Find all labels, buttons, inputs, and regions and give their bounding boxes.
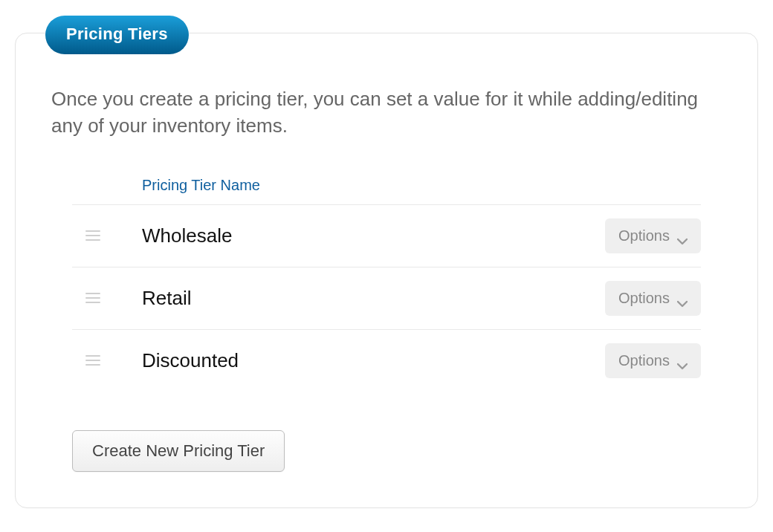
options-button[interactable]: Options: [605, 218, 701, 253]
table-row: Wholesale Options: [72, 204, 701, 267]
panel-description: Once you create a pricing tier, you can …: [51, 85, 720, 140]
options-button-label: Options: [618, 352, 670, 369]
tier-name: Retail: [142, 287, 605, 310]
drag-handle-icon[interactable]: [83, 230, 103, 241]
caret-down-icon: [677, 232, 688, 239]
caret-down-icon: [677, 294, 688, 302]
panel-title-badge: Pricing Tiers: [45, 16, 189, 54]
tier-name: Discounted: [142, 349, 605, 372]
options-button[interactable]: Options: [605, 343, 701, 378]
table-row: Retail Options: [72, 267, 701, 329]
create-new-pricing-tier-button[interactable]: Create New Pricing Tier: [72, 430, 285, 472]
column-header-name: Pricing Tier Name: [72, 169, 701, 204]
drag-handle-icon[interactable]: [83, 293, 103, 303]
options-button[interactable]: Options: [605, 281, 701, 316]
table-row: Discounted Options: [72, 329, 701, 392]
drag-handle-icon[interactable]: [83, 355, 103, 366]
options-button-label: Options: [618, 290, 670, 307]
caret-down-icon: [677, 357, 688, 364]
tier-name: Wholesale: [142, 224, 605, 247]
pricing-tier-table: Pricing Tier Name Wholesale Options Reta…: [72, 169, 701, 392]
pricing-tiers-panel: Pricing Tiers Once you create a pricing …: [15, 33, 758, 508]
options-button-label: Options: [618, 227, 670, 244]
